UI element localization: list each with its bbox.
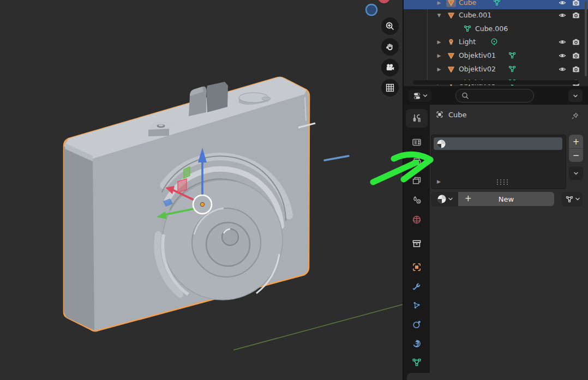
tab-object-data[interactable] [406,353,428,372]
outliner-row-cube-001[interactable]: ▼ Cube.001 [404,8,588,22]
render-icon [411,137,422,148]
nav-gizmo-x-ball[interactable] [378,0,390,3]
point-light-icon [490,38,500,46]
grid-ortho-icon [385,82,395,93]
outliner-item-label[interactable]: Cube [459,0,476,7]
disable-render-toggle[interactable] [572,0,580,7]
pin-icon[interactable] [571,112,579,120]
mesh-data-icon [565,195,574,203]
light-object-icon [446,38,456,46]
object-icon [435,110,444,119]
disclosure-collapsed-icon[interactable]: ▶ [435,0,443,5]
header-options-button[interactable] [568,89,583,102]
hide-viewport-toggle[interactable] [558,65,567,74]
chevron-down-icon [575,197,580,201]
object-properties-icon [411,262,422,273]
horizontal-scrollbar[interactable] [413,80,579,85]
hide-viewport-toggle[interactable] [558,51,567,60]
tab-modifiers[interactable] [406,277,428,295]
constraint-icon [411,338,422,349]
tab-material[interactable] [407,373,430,380]
list-expand-icon[interactable]: ▶ [437,179,441,184]
tab-object[interactable] [406,258,428,276]
disable-render-toggle[interactable] [572,38,580,46]
tab-world[interactable] [406,210,428,229]
outliner-item-label[interactable]: Cube.006 [475,25,508,33]
tab-collection[interactable] [406,234,428,253]
outliner-row-objektiv02[interactable]: ▶ Objektiv02 [404,62,588,76]
disable-render-toggle[interactable] [572,11,580,20]
tab-view-layer[interactable] [406,172,428,190]
breadcrumb: Cube [435,110,467,119]
tab-output[interactable] [406,153,428,171]
camera-view-button[interactable] [381,59,399,76]
outliner-row-objektiv01[interactable]: ▶ Objektiv01 [404,49,588,62]
tab-scene[interactable] [406,191,428,209]
disclosure-collapsed-icon[interactable]: ▶ [435,53,443,58]
chevron-down-icon [423,93,428,98]
mesh-data-icon [508,51,518,60]
disable-render-toggle[interactable] [572,51,580,60]
properties-editor-icon [413,91,423,101]
collection-box-icon [411,238,422,249]
editor-type-button[interactable] [409,89,431,102]
outliner-row-light[interactable]: ▶ Light [404,35,588,49]
gizmo-plane-red[interactable] [178,179,187,192]
slot-specials-button[interactable] [569,166,583,180]
remove-material-slot-button[interactable]: − [569,149,583,162]
material-assign-row: + New [431,192,554,206]
chevron-down-icon [448,197,453,201]
plus-icon: + [465,194,472,203]
browse-material-button[interactable] [431,192,458,206]
modifier-wrench-icon [411,281,422,292]
chevron-down-icon [573,93,578,99]
mesh-data-icon [463,25,472,33]
material-slot-selected[interactable] [434,137,562,150]
pan-button[interactable] [381,38,399,56]
new-material-button[interactable]: + New [458,192,554,206]
disclosure-collapsed-icon[interactable]: ▶ [435,67,443,72]
breadcrumb-object-name[interactable]: Cube [448,111,467,119]
list-resize-grip[interactable] [496,179,509,185]
zoom-button[interactable] [381,17,399,35]
search-field[interactable] [470,92,526,100]
light-line [325,156,349,160]
y-axis-line [233,304,404,350]
vertical-scrollbar[interactable] [585,1,587,76]
outliner-item-label[interactable]: Objektiv01 [459,51,496,59]
material-slot-list[interactable]: ▶ [431,135,566,189]
tab-physics[interactable] [406,315,428,334]
physics-icon [411,319,422,330]
3d-viewport[interactable] [0,0,404,380]
outliner-item-label[interactable]: Light [459,38,476,46]
scene-icon [411,195,422,206]
hide-viewport-toggle[interactable] [558,0,567,7]
viewport-scene [0,0,404,380]
mesh-object-icon [446,51,456,60]
view-layer-icon [411,176,422,186]
disclosure-collapsed-icon[interactable]: ▶ [435,39,443,45]
grid-ortho-button[interactable] [381,79,399,96]
mesh-data-icon [493,0,502,7]
outliner-row-cube-006[interactable]: Cube.006 [404,22,588,35]
tab-particles[interactable] [406,296,428,315]
disclosure-expanded-icon[interactable]: ▼ [435,13,443,18]
output-printer-icon [411,156,422,167]
outliner-item-label[interactable]: Objektiv02 [459,65,496,73]
tab-render[interactable] [406,133,428,152]
nav-gizmo-y-ball[interactable] [366,4,377,15]
material-sphere-icon [437,194,447,204]
hide-viewport-toggle[interactable] [558,11,567,20]
disable-render-toggle[interactable] [572,65,580,74]
mesh-object-icon [446,65,456,74]
hide-viewport-toggle[interactable] [558,38,567,46]
tab-constraints[interactable] [406,334,428,353]
search-icon [461,92,470,100]
search-input[interactable] [455,89,534,102]
link-material-to-button[interactable] [562,192,583,206]
outliner-item-label[interactable]: Cube.001 [459,11,491,19]
add-material-slot-button[interactable]: + [569,135,583,148]
object-data-icon [411,357,422,368]
camera-model[interactable] [64,77,315,331]
zoom-icon [385,21,395,32]
